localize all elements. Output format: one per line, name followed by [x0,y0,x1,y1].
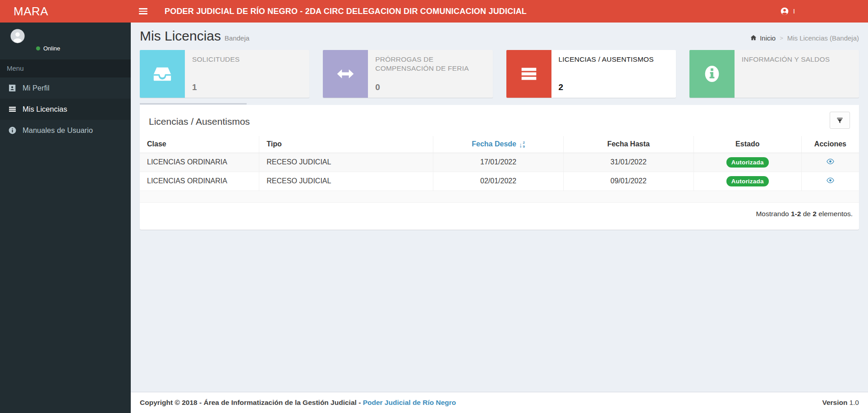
header-title: PODER JUDICIAL DE RÍO NEGRO - 2DA CIRC D… [165,7,527,16]
cell-clase: LICENCIAS ORDINARIA [140,172,259,191]
info-icon [689,50,735,98]
user-label: I [793,8,795,15]
table-row: LICENCIAS ORDINARIA RECESO JUDICIAL 02/0… [140,172,859,191]
table-row: LICENCIAS ORDINARIA RECESO JUDICIAL 17/0… [140,153,859,172]
column-header-clase: Clase [140,136,259,153]
empty-row [140,191,859,202]
cell-tipo: RECESO JUDICIAL [259,172,433,191]
info-box-solicitudes[interactable]: SOLICITUDES 1 [140,50,309,98]
copyright-text: Copyright © 2018 - Área de Informatizaci… [140,399,361,406]
navbar: PODER JUDICIAL DE RÍO NEGRO - 2DA CIRC D… [131,0,868,23]
info-box-licencias[interactable]: LICENCIAS / AUSENTISMOS 2 [506,50,676,98]
version-label: Version [822,399,847,406]
filter-button[interactable] [830,112,850,129]
column-header-fecha-hasta: Fecha Hasta [563,136,693,153]
id-card-icon [7,84,17,92]
app-logo-text: MARA [14,5,48,18]
status-badge: Autorizada [726,157,769,168]
top-navbar: MARA PODER JUDICIAL DE RÍO NEGRO - 2DA C… [0,0,868,23]
sidebar: Online Menu Mi Perfil Mis Licencias [0,23,131,413]
list-icon [7,105,17,113]
info-boxes: SOLICITUDES 1 PRÓRROGAS DE COMPENSACIÓN … [131,44,868,98]
info-circle-icon [7,126,17,135]
info-box-informacion[interactable]: INFORMACIÓN Y SALDOS [689,50,859,98]
status-dot-icon [36,46,40,50]
info-box-label: LICENCIAS / AUSENTISMOS [559,55,669,64]
table-header-row: Clase Tipo Fecha Desde↓29 Fecha Hasta Es… [140,136,859,153]
info-box-value: 1 [192,82,302,92]
sidebar-toggle-button[interactable] [132,0,155,23]
column-header-fecha-desde[interactable]: Fecha Desde↓29 [433,136,564,153]
breadcrumb-separator: > [780,35,783,41]
footer: Copyright © 2018 - Área de Informatizaci… [131,392,868,413]
licencias-table: Clase Tipo Fecha Desde↓29 Fecha Hasta Es… [140,136,859,202]
info-box-value: 2 [559,82,669,92]
menu-header: Menu [0,59,131,77]
content-area: Mis LicenciasBandeja Inicio > Mis Licenc… [131,23,868,392]
list-icon [506,50,551,98]
cell-fecha-hasta: 09/01/2022 [563,172,693,191]
panel-title: Licencias / Ausentismos [149,116,250,127]
column-header-acciones: Acciones [801,136,859,153]
sidebar-item-label: Mis Licencias [23,105,67,113]
info-box-value: 0 [375,82,485,92]
licencias-panel: Licencias / Ausentismos Clase [140,105,859,230]
online-status-label: Online [43,45,60,52]
version-value: 1.0 [849,399,859,406]
eye-icon [826,176,835,185]
eye-icon [826,157,835,166]
view-button[interactable] [826,176,835,185]
avatar [10,28,25,44]
view-button[interactable] [826,157,835,166]
home-icon [750,34,757,41]
user-menu[interactable]: I [780,0,795,23]
funnel-icon [836,116,844,125]
info-box-label: INFORMACIÓN Y SALDOS [742,55,852,64]
info-box-label: PRÓRROGAS DE COMPENSACIÓN DE FERIA [375,55,485,73]
sidebar-item-manuales[interactable]: Manuales de Usuario [0,120,131,141]
sort-numeric-icon: ↓29 [519,141,525,149]
status-badge: Autorizada [726,176,769,186]
sidebar-item-mis-licencias[interactable]: Mis Licencias [0,99,131,120]
cell-fecha-hasta: 31/01/2022 [563,153,693,172]
user-panel: Online [0,23,131,59]
user-circle-icon [780,7,789,16]
cell-fecha-desde: 17/01/2022 [433,153,564,172]
info-box-label: SOLICITUDES [192,55,302,64]
app-logo[interactable]: MARA [0,0,131,23]
cell-fecha-desde: 02/01/2022 [433,172,564,191]
sidebar-item-label: Manuales de Usuario [23,126,93,135]
column-header-tipo: Tipo [259,136,433,153]
cell-tipo: RECESO JUDICIAL [259,153,433,172]
cell-clase: LICENCIAS ORDINARIA [140,153,259,172]
breadcrumb-home[interactable]: Inicio [750,34,776,42]
footer-link[interactable]: Poder Judicial de Río Negro [363,399,456,406]
page-subtitle: Bandeja [225,34,249,42]
sidebar-menu: Mi Perfil Mis Licencias Manuales de Usua… [0,77,131,141]
info-box-prorrogas[interactable]: PRÓRROGAS DE COMPENSACIÓN DE FERIA 0 [323,50,492,98]
results-summary: Mostrando 1-2 de 2 elementos. [140,202,859,230]
online-status[interactable]: Online [36,45,60,52]
arrows-horizontal-icon [323,50,368,98]
sidebar-item-label: Mi Perfil [23,84,50,92]
inbox-icon [140,50,185,98]
page-title: Mis Licencias [140,28,221,43]
breadcrumb-current: Mis Licencias (Bandeja) [787,34,859,42]
breadcrumb: Inicio > Mis Licencias (Bandeja) [750,34,859,42]
column-header-estado: Estado [693,136,801,153]
sidebar-item-mi-perfil[interactable]: Mi Perfil [0,77,131,99]
